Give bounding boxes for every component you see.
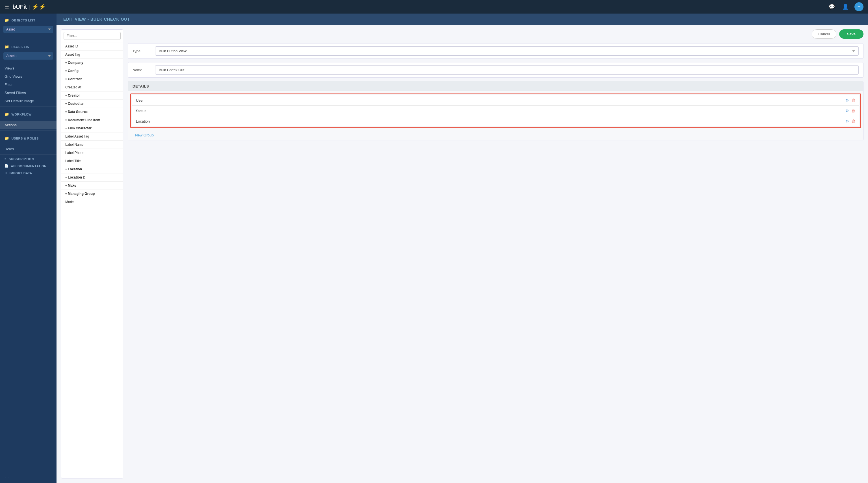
field-item-creator[interactable]: ▾Creator xyxy=(61,92,123,100)
trash-icon-user[interactable]: 🗑 xyxy=(851,98,855,102)
chevron-icon: ▾ xyxy=(65,176,67,179)
field-item-model[interactable]: Model xyxy=(61,198,123,206)
folder-icon-2: 📁 xyxy=(4,44,9,49)
import-data-icon: ⊞ xyxy=(4,171,7,175)
chevron-icon: ▾ xyxy=(65,61,67,64)
sidebar-item-roles[interactable]: Roles xyxy=(0,145,57,153)
sidebar-item-grid-views[interactable]: Grid Views xyxy=(0,72,57,80)
trash-icon-status[interactable]: 🗑 xyxy=(851,108,855,113)
api-doc-label: API DOCUMENTATION xyxy=(11,164,46,168)
field-item-created-at[interactable]: Created At xyxy=(61,83,123,92)
field-item-custodian[interactable]: ▾Custodian xyxy=(61,100,123,108)
field-item-config[interactable]: ▾Config xyxy=(61,67,123,75)
field-item-label-phone[interactable]: Label Phone xyxy=(61,149,123,157)
folder-icon: 📁 xyxy=(4,18,9,22)
field-item-label-title[interactable]: Label Title xyxy=(61,157,123,165)
field-item-make[interactable]: ▾Make xyxy=(61,182,123,190)
detail-row-user-actions: ⚙ 🗑 xyxy=(845,98,855,102)
pages-list-section: 📁 PAGES LIST Assets Users Locations xyxy=(0,40,57,64)
field-item-contract[interactable]: ▾Contract xyxy=(61,75,123,83)
top-nav: ☰ bUFit | ⚡⚡ 💬 👤 + xyxy=(0,0,868,13)
field-item-managing-group[interactable]: ▾Managing Group xyxy=(61,190,123,198)
pages-list-label: PAGES LIST xyxy=(11,45,31,49)
workflow-section: 📁 WORKFLOW xyxy=(0,108,57,121)
save-button[interactable]: Save xyxy=(839,29,864,39)
details-body: User ⚙ 🗑 Status ⚙ 🗑 xyxy=(130,94,861,128)
sidebar: 📁 OBJECTS LIST Asset User Location 📁 PAG… xyxy=(0,13,57,483)
toolbar: Cancel Save xyxy=(128,29,864,39)
divider-4 xyxy=(0,154,57,155)
subscription-header: ≡ SUBSCRIPTION xyxy=(0,156,57,162)
field-list-panel: Asset ID Asset Tag ▾Company ▾Config ▾Con… xyxy=(61,29,123,479)
detail-row-status: Status ⚙ 🗑 xyxy=(132,106,859,116)
sidebar-item-filter[interactable]: Filter xyxy=(0,80,57,89)
name-input[interactable] xyxy=(155,65,859,74)
gear-icon-status[interactable]: ⚙ xyxy=(845,108,849,113)
chevron-icon: ▾ xyxy=(65,168,67,171)
user-avatar-button[interactable]: 👤 xyxy=(841,2,850,11)
name-row: Name xyxy=(128,62,864,78)
sidebar-item-views[interactable]: Views xyxy=(0,64,57,72)
detail-row-location-actions: ⚙ 🗑 xyxy=(845,119,855,123)
field-item-location[interactable]: ▾Location xyxy=(61,165,123,173)
sidebar-item-set-default-image[interactable]: Set Default Image xyxy=(0,97,57,105)
app-body: 📁 OBJECTS LIST Asset User Location 📁 PAG… xyxy=(0,13,868,483)
folder-icon-4: 📁 xyxy=(4,136,9,140)
field-item-asset-id[interactable]: Asset ID xyxy=(61,42,123,51)
chevron-icon: ▾ xyxy=(65,94,67,97)
logo: bUFit | ⚡⚡ xyxy=(12,3,46,10)
logo-icon: ⚡⚡ xyxy=(32,3,46,10)
chevron-icon: ▾ xyxy=(65,69,67,73)
subscription-label: SUBSCRIPTION xyxy=(9,157,34,161)
field-item-data-source[interactable]: ▾Data Source xyxy=(61,108,123,116)
sidebar-item-saved-filters[interactable]: Saved Filters xyxy=(0,89,57,97)
field-item-asset-tag[interactable]: Asset Tag xyxy=(61,51,123,59)
page-header: EDIT VIEW - BULK CHECK OUT xyxy=(57,13,868,25)
details-header: DETAILS xyxy=(128,82,863,91)
logo-separator: | xyxy=(29,4,30,10)
type-row: Type Bulk Button View Detail View List V… xyxy=(128,43,864,59)
type-select[interactable]: Bulk Button View Detail View List View xyxy=(155,46,859,56)
new-group-button[interactable]: + New Group xyxy=(132,133,154,137)
divider-1 xyxy=(0,39,57,39)
gear-icon-location[interactable]: ⚙ xyxy=(845,119,849,123)
logo-text: bUFit xyxy=(12,4,27,10)
users-roles-section: 📁 USERS & ROLES xyxy=(0,132,57,145)
page-body: Asset ID Asset Tag ▾Company ▾Config ▾Con… xyxy=(57,25,868,483)
import-data-header: ⊞ IMPORT DATA xyxy=(0,169,57,176)
cancel-button[interactable]: Cancel xyxy=(812,29,836,39)
detail-row-location: Location ⚙ 🗑 xyxy=(132,116,859,126)
hamburger-icon[interactable]: ☰ xyxy=(4,4,9,10)
chevron-icon: ▾ xyxy=(65,119,67,122)
add-button[interactable]: + xyxy=(855,2,864,11)
name-label: Name xyxy=(132,68,150,72)
field-item-label-asset-tag[interactable]: Label Asset Tag xyxy=(61,132,123,141)
trash-icon-location[interactable]: 🗑 xyxy=(851,119,855,123)
import-data-label: IMPORT DATA xyxy=(10,171,32,175)
objects-list-label: OBJECTS LIST xyxy=(11,19,36,22)
object-type-select[interactable]: Asset User Location xyxy=(3,26,53,33)
field-item-company[interactable]: ▾Company xyxy=(61,59,123,67)
api-doc-icon: 📄 xyxy=(4,164,9,168)
sidebar-item-actions[interactable]: Actions xyxy=(0,121,57,129)
field-item-location-2[interactable]: ▾Location 2 xyxy=(61,173,123,182)
detail-row-status-actions: ⚙ 🗑 xyxy=(845,108,855,113)
api-doc-header: 📄 API DOCUMENTATION xyxy=(0,162,57,169)
edit-panel: Cancel Save Type Bulk Button View Detail… xyxy=(128,29,864,479)
details-section: DETAILS User ⚙ 🗑 Status ⚙ xyxy=(128,81,864,140)
gear-icon-user[interactable]: ⚙ xyxy=(845,98,849,102)
field-item-film-character[interactable]: ▾Film Character xyxy=(61,124,123,132)
workflow-label: WORKFLOW xyxy=(11,113,32,116)
folder-icon-3: 📁 xyxy=(4,112,9,117)
chat-icon-button[interactable]: 💬 xyxy=(827,2,836,11)
pages-select[interactable]: Assets Users Locations xyxy=(3,52,53,60)
chevron-icon: ▾ xyxy=(65,192,67,195)
field-item-document-line-item[interactable]: ▾Document Line Item xyxy=(61,116,123,124)
field-item-label-name[interactable]: Label Name xyxy=(61,141,123,149)
chevron-icon: ▾ xyxy=(65,127,67,130)
more-icon[interactable]: … xyxy=(4,474,10,479)
workflow-header: 📁 WORKFLOW xyxy=(0,110,57,118)
field-filter-input[interactable] xyxy=(64,32,121,40)
field-list: Asset ID Asset Tag ▾Company ▾Config ▾Con… xyxy=(61,42,123,478)
users-roles-label: USERS & ROLES xyxy=(11,137,39,140)
